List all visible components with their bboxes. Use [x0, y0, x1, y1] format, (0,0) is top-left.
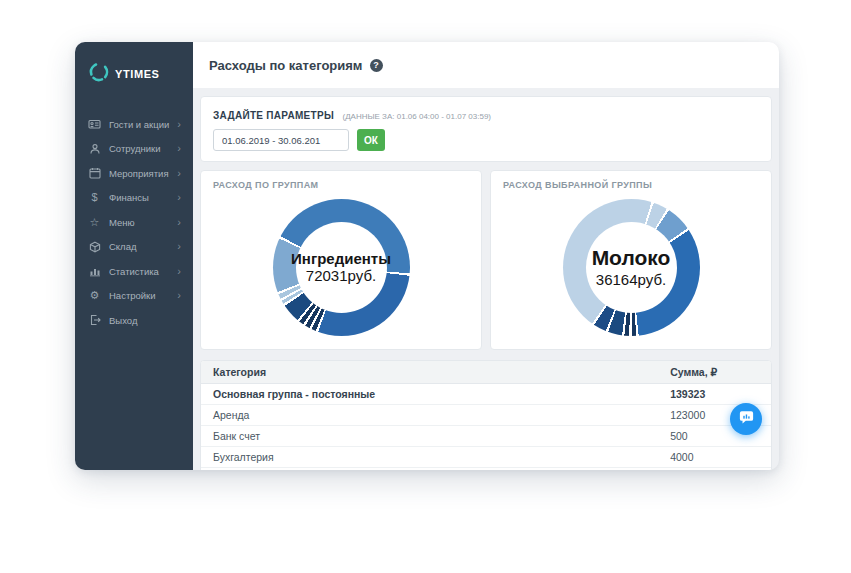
- sidebar-item-finance[interactable]: $ Финансы ›: [75, 186, 193, 211]
- ok-button[interactable]: ОК: [357, 129, 385, 151]
- column-header-amount[interactable]: Сумма, ₽: [658, 361, 771, 384]
- selected-group-expense-card: РАСХОД ВЫБРАННОЙ ГРУППЫ Молоко 36164руб.: [490, 170, 772, 350]
- id-card-icon: [88, 118, 101, 130]
- parameters-panel: ЗАДАЙТЕ ПАРАМЕТРЫ (ДАННЫЕ ЗА: 01.06 04:0…: [200, 96, 772, 162]
- sidebar-item-warehouse[interactable]: Склад ›: [75, 235, 193, 260]
- donut-center-label: Молоко: [592, 246, 671, 270]
- ytimes-logo-icon: [87, 60, 111, 88]
- sidebar-item-events[interactable]: Мероприятия ›: [75, 161, 193, 186]
- box-icon: [88, 241, 101, 253]
- calendar-icon: [88, 167, 101, 179]
- chat-bubble-chart-icon: [738, 409, 755, 429]
- gear-icon: ⚙: [88, 290, 101, 301]
- sidebar-item-label: Настройки: [109, 290, 177, 301]
- category-cell: Банк счет: [201, 426, 658, 447]
- chart-title: РАСХОД ВЫБРАННОЙ ГРУППЫ: [503, 180, 759, 190]
- table-row[interactable]: Аренда 123000: [201, 405, 771, 426]
- table-row[interactable]: Бухгалтерия 4000: [201, 447, 771, 468]
- dollar-icon: $: [88, 192, 101, 203]
- page-title: Расходы по категориям: [209, 58, 363, 73]
- table-row[interactable]: ВОИС 1160: [201, 468, 771, 471]
- charts-row: РАСХОД ПО ГРУППАМ Ингредиенты 72031руб. …: [200, 170, 772, 350]
- donut-center: Ингредиенты 72031руб.: [296, 222, 387, 313]
- chevron-right-icon: ›: [177, 290, 181, 301]
- sidebar-item-statistics[interactable]: Статистика ›: [75, 259, 193, 284]
- amount-cell: 4000: [658, 447, 771, 468]
- date-range-input[interactable]: [213, 129, 349, 151]
- amount-cell: 1160: [658, 468, 771, 471]
- page-header: Расходы по категориям ?: [193, 42, 779, 88]
- sidebar-item-logout[interactable]: Выход: [75, 308, 193, 333]
- sidebar-item-label: Гости и акции: [109, 119, 177, 130]
- category-cell: ВОИС: [201, 468, 658, 471]
- groups-donut-chart[interactable]: Ингредиенты 72031руб.: [273, 199, 410, 336]
- category-cell: Аренда: [201, 405, 658, 426]
- chevron-right-icon: ›: [177, 192, 181, 203]
- donut-center-value: 72031руб.: [306, 267, 376, 285]
- logout-icon: [88, 314, 101, 326]
- table-row[interactable]: Основная группа - постоянные 139323: [201, 384, 771, 405]
- donut-center-label: Ингредиенты: [291, 250, 391, 267]
- groups-expense-card: РАСХОД ПО ГРУППАМ Ингредиенты 72031руб.: [200, 170, 482, 350]
- sidebar-item-menu[interactable]: ☆ Меню ›: [75, 210, 193, 235]
- chevron-right-icon: ›: [177, 168, 181, 179]
- sidebar-item-guests[interactable]: Гости и акции ›: [75, 112, 193, 137]
- table-row[interactable]: Банк счет 500: [201, 426, 771, 447]
- app-window: YTIMES Гости и акции › Сот: [75, 42, 779, 470]
- category-cell: Основная группа - постоянные: [201, 384, 658, 405]
- chevron-right-icon: ›: [177, 119, 181, 130]
- sidebar-item-label: Финансы: [109, 192, 177, 203]
- chevron-right-icon: ›: [177, 266, 181, 277]
- categories-table-card: Категория Сумма, ₽ Основная группа - пос…: [200, 360, 772, 470]
- column-header-category[interactable]: Категория: [201, 361, 658, 384]
- star-icon: ☆: [88, 217, 101, 228]
- parameters-label: ЗАДАЙТЕ ПАРАМЕТРЫ: [213, 110, 334, 121]
- main-area: Расходы по категориям ? ЗАДАЙТЕ ПАРАМЕТР…: [193, 42, 779, 470]
- bar-chart-icon: [88, 265, 101, 277]
- sidebar-item-label: Меню: [109, 217, 177, 228]
- chevron-right-icon: ›: [177, 241, 181, 252]
- sidebar-item-settings[interactable]: ⚙ Настройки ›: [75, 284, 193, 309]
- help-icon[interactable]: ?: [370, 59, 383, 72]
- sidebar-item-label: Мероприятия: [109, 168, 177, 179]
- donut-center: Молоко 36164руб.: [586, 222, 677, 313]
- category-cell: Бухгалтерия: [201, 447, 658, 468]
- sidebar-item-label: Статистика: [109, 266, 177, 277]
- logo: YTIMES: [75, 52, 193, 98]
- chat-widget-button[interactable]: [730, 403, 762, 435]
- sidebar-item-label: Сотрудники: [109, 143, 177, 154]
- parameters-data-range-note: (ДАННЫЕ ЗА: 01.06 04:00 - 01.07 03:59): [343, 112, 492, 121]
- content: ЗАДАЙТЕ ПАРАМЕТРЫ (ДАННЫЕ ЗА: 01.06 04:0…: [193, 88, 779, 470]
- sidebar: YTIMES Гости и акции › Сот: [75, 42, 193, 470]
- sidebar-item-label: Склад: [109, 241, 177, 252]
- logo-text: YTIMES: [115, 68, 160, 80]
- categories-table: Категория Сумма, ₽ Основная группа - пос…: [201, 361, 771, 470]
- chart-title: РАСХОД ПО ГРУППАМ: [213, 180, 469, 190]
- chevron-right-icon: ›: [177, 217, 181, 228]
- selected-group-donut-chart[interactable]: Молоко 36164руб.: [563, 199, 700, 336]
- person-icon: [88, 143, 101, 155]
- sidebar-item-employees[interactable]: Сотрудники ›: [75, 137, 193, 162]
- sidebar-nav: Гости и акции › Сотрудники › Мероп: [75, 112, 193, 333]
- chevron-right-icon: ›: [177, 143, 181, 154]
- amount-cell: 139323: [658, 384, 771, 405]
- donut-center-value: 36164руб.: [596, 271, 666, 289]
- sidebar-item-label: Выход: [109, 315, 181, 326]
